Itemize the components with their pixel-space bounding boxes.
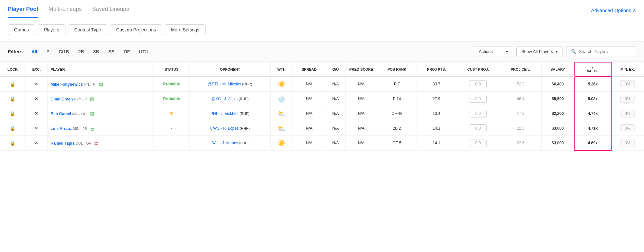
actions-dropdown[interactable]: Actions ▾ bbox=[474, 46, 513, 57]
filter-pill-ss[interactable]: SS bbox=[106, 48, 116, 55]
value-value: 5.26x bbox=[588, 82, 598, 86]
filters-left: Filters: All P C/1B 2B 3B SS OF UTIL bbox=[8, 48, 151, 55]
lock-icon[interactable]: 🔒 bbox=[10, 140, 15, 146]
exclude-icon[interactable]: ✕ bbox=[35, 97, 38, 101]
min-ex-cell bbox=[611, 121, 644, 136]
filter-pill-of[interactable]: OF bbox=[122, 48, 132, 55]
opponent-extra: (RHP) bbox=[240, 126, 250, 130]
cust-proj-input[interactable] bbox=[470, 95, 487, 103]
player-cell: Raimel Tapia COL - OF ▤ bbox=[48, 136, 153, 151]
min-ex-input[interactable] bbox=[620, 124, 635, 132]
min-ex-cell bbox=[611, 136, 644, 151]
proj-pts-value: 14.1 bbox=[433, 126, 440, 131]
pos-rank-cell: 2B 2 bbox=[377, 121, 417, 136]
message-icon[interactable]: ▤ bbox=[99, 81, 103, 87]
pos-rank-cell: OF 48 bbox=[377, 106, 417, 121]
lock-icon[interactable]: 🔒 bbox=[10, 96, 15, 101]
status-badge: - bbox=[171, 141, 172, 145]
tab-player-pool[interactable]: Player Pool bbox=[8, 6, 38, 18]
pred-score-cell: N/A bbox=[345, 92, 377, 106]
proj-ceil-value: 22.5 bbox=[517, 126, 524, 131]
player-name[interactable]: Raimel Tapia bbox=[50, 141, 74, 146]
games-filter-btn[interactable]: Games bbox=[8, 24, 35, 35]
cust-proj-input[interactable] bbox=[470, 139, 487, 147]
message-icon[interactable]: ▤ bbox=[90, 126, 95, 131]
ou-value: N/A bbox=[332, 97, 339, 101]
cust-proj-cell bbox=[456, 106, 500, 121]
message-icon[interactable]: ▤ bbox=[94, 140, 98, 146]
custom-projections-filter-btn[interactable]: Custom Projections bbox=[110, 24, 162, 35]
col-header-player: PLAYER bbox=[48, 62, 153, 77]
nav-tabs: Player Pool Multi-Lineups Saved Lineups bbox=[8, 6, 129, 18]
player-name[interactable]: Ben Gamel bbox=[50, 112, 71, 116]
filter-pill-3b[interactable]: 3B bbox=[91, 48, 101, 55]
opponent-link[interactable]: PHI - J. Eickhoff bbox=[210, 111, 239, 116]
opponent-extra: (RHP) bbox=[240, 112, 250, 116]
exclude-icon[interactable]: ✕ bbox=[35, 126, 38, 131]
exclude-icon[interactable]: ✕ bbox=[35, 111, 38, 116]
filter-pill-util[interactable]: UTIL bbox=[137, 48, 151, 55]
opponent-link[interactable]: CWS - R. Lopez bbox=[210, 126, 239, 131]
lock-icon[interactable]: 🔒 bbox=[10, 126, 15, 131]
player-team: MIL - OF bbox=[72, 112, 86, 116]
filter-pill-all[interactable]: All bbox=[29, 48, 39, 55]
message-icon[interactable]: ▤ bbox=[90, 111, 94, 116]
table-row: 🔒 ✕ Raimel Tapia COL - OF ▤ - BAL - J. M… bbox=[0, 136, 644, 151]
player-table: LOCK EXC. PLAYER STATUS OPPONENT WTH SPR… bbox=[0, 62, 644, 151]
pos-rank-value: OF 48 bbox=[391, 111, 402, 116]
cust-proj-input[interactable] bbox=[470, 110, 487, 117]
opponent-extra: (RHP) bbox=[242, 82, 252, 86]
cust-proj-cell bbox=[456, 77, 500, 92]
lock-icon[interactable]: 🔒 bbox=[10, 111, 15, 116]
pos-rank-value: 2B 2 bbox=[393, 126, 401, 131]
advanced-options-button[interactable]: Advanced Options ∧ bbox=[591, 8, 636, 18]
value-value: 4.69x bbox=[588, 141, 598, 145]
min-ex-input[interactable] bbox=[620, 95, 635, 103]
proj-pts-cell: 33.7 bbox=[417, 77, 456, 92]
search-input[interactable] bbox=[579, 49, 631, 54]
tab-saved-lineups[interactable]: Saved Lineups bbox=[92, 6, 129, 18]
players-filter-btn[interactable]: Players bbox=[38, 24, 65, 35]
col-header-proj-pts: PROJ PTS. bbox=[417, 62, 456, 77]
col-header-value[interactable]: ▲ VALUE bbox=[574, 62, 611, 77]
status-cell: - bbox=[153, 136, 189, 151]
filter-pill-2b[interactable]: 2B bbox=[76, 48, 86, 55]
player-team: MIN - 2B bbox=[73, 127, 87, 131]
player-name[interactable]: Luis Arraez bbox=[50, 126, 72, 131]
opponent-cell: @STL - M. Mikolas (RHP) bbox=[190, 77, 271, 92]
lock-cell: 🔒 bbox=[0, 77, 25, 92]
player-cell: Ben Gamel MIL - OF ▤ bbox=[48, 106, 153, 121]
exclude-icon[interactable]: ✕ bbox=[35, 82, 38, 86]
player-name[interactable]: Chad Green bbox=[50, 97, 73, 101]
opponent-link[interactable]: @STL - M. Mikolas bbox=[208, 82, 241, 86]
lock-icon[interactable]: 🔒 bbox=[10, 81, 15, 87]
min-ex-cell bbox=[611, 77, 644, 92]
more-settings-filter-btn[interactable]: More Settings bbox=[165, 24, 205, 35]
spread-cell: N/A bbox=[293, 121, 326, 136]
min-ex-input[interactable] bbox=[620, 139, 635, 147]
filter-pill-p[interactable]: P bbox=[45, 48, 51, 55]
ou-value: N/A bbox=[332, 82, 339, 86]
show-all-label: Show All Players bbox=[521, 49, 553, 54]
exclude-icon[interactable]: ✕ bbox=[35, 141, 38, 145]
cust-proj-input[interactable] bbox=[470, 124, 487, 132]
weather-icon: ☀️ bbox=[277, 139, 286, 147]
table-row: 🔒 ✕ Chad Green NYY - P ▤ Probable @KC - … bbox=[0, 92, 644, 106]
message-icon[interactable]: ▤ bbox=[90, 96, 94, 101]
pred-score-value: N/A bbox=[358, 126, 365, 131]
col-header-pred-score: PRED SCORE bbox=[345, 62, 377, 77]
cust-proj-input[interactable] bbox=[470, 80, 487, 88]
player-name[interactable]: Mike Foltynewicz bbox=[50, 82, 82, 87]
filter-pill-c1b[interactable]: C/1B bbox=[57, 48, 71, 55]
contest-type-filter-btn[interactable]: Contest Type bbox=[68, 24, 107, 35]
tab-multi-lineups[interactable]: Multi-Lineups bbox=[49, 6, 82, 18]
weather-icon: ⛅ bbox=[277, 125, 286, 132]
opponent-link[interactable]: @KC - J. Junis bbox=[211, 97, 238, 101]
lock-cell: 🔒 bbox=[0, 106, 25, 121]
proj-ceil-cell: 22.6 bbox=[500, 136, 541, 151]
show-all-players-dropdown[interactable]: Show All Players ▾ bbox=[516, 46, 563, 57]
min-ex-input[interactable] bbox=[620, 80, 635, 88]
opponent-link[interactable]: BAL - J. Means bbox=[211, 141, 238, 145]
min-ex-input[interactable] bbox=[620, 110, 635, 117]
pred-score-value: N/A bbox=[358, 111, 365, 116]
